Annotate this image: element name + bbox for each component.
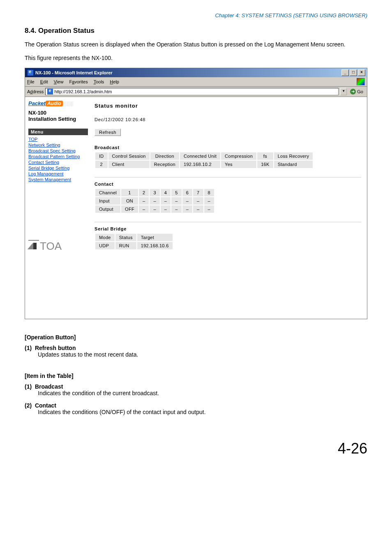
page-icon [47,89,53,94]
toa-logo: TOA [28,240,88,253]
brand-audio: Audio [46,101,63,106]
timestamp: Dec/12/2002 10:26:48 [95,117,361,122]
contact-table: Channel 1 2 3 4 5 6 7 8 Input ON – [95,188,215,214]
addressbar: Address http://192.168.1.2/admin.htm ▼ ➜… [25,87,367,97]
go-button[interactable]: ➜ Go [348,89,365,94]
serial-bridge-label: Serial Bridge [95,226,361,231]
col-control-session: Control Session [108,152,150,160]
browser-window: NX-100 - Microsoft Internet Explorer _ □… [25,68,367,319]
col-loss-recovery: Loss Recovery [274,152,314,160]
separator [95,177,361,177]
operation-button-heading: [Operation Button] [25,334,367,341]
sidebar-serial-bridge[interactable]: Serial Bridge Setting [28,165,88,171]
intro-paragraph-1: The Operation Status screen is displayed… [25,41,367,48]
page-number: 4-26 [25,440,367,457]
menu-help[interactable]: Help [110,79,119,84]
sidebar-broadcast-pattern[interactable]: Broadcast Pattern Setting [28,154,88,159]
intro-paragraph-2: This figure represents the NX-100. [25,54,367,62]
minimize-button[interactable]: _ [341,69,349,76]
menu-edit[interactable]: Edit [40,79,48,84]
brand-packet: Packet [28,100,46,106]
brand: PacketAudio░░░ [28,100,88,106]
address-label: Address [27,89,44,94]
status-monitor-title: Status monitor [95,103,361,109]
titlebar: NX-100 - Microsoft Internet Explorer _ □… [25,68,367,77]
address-url: http://192.168.1.2/admin.htm [54,89,112,94]
sidebar-system-management[interactable]: System Management [28,177,88,182]
menu-header: Menu [28,129,88,135]
sidebar: PacketAudio░░░ NX-100 Installation Setti… [25,97,90,319]
close-button[interactable]: × [358,69,365,76]
item-desc-refresh: Updates status to the most recent data. [38,351,367,358]
brand-dots: ░░░ [63,101,74,106]
table-row: 2 Client Reception 192.168.10.2 Yes 16K … [95,160,313,168]
menu-tools[interactable]: Tools [94,79,104,84]
sidebar-log-management[interactable]: Log Management [28,171,88,177]
address-input[interactable]: http://192.168.1.2/admin.htm [45,88,339,95]
go-arrow-icon: ➜ [350,89,356,94]
item-desc-contact: Indicates the conditions (ON/OFF) of the… [38,409,367,415]
section-title: 8.4. Operation Status [25,27,367,35]
menu-favorites[interactable]: Favorites [69,79,88,84]
toa-text: TOA [40,240,62,253]
main-pane: Status monitor Dec/12/2002 10:26:48 Refr… [90,97,367,319]
separator [95,222,361,222]
broadcast-label: Broadcast [95,145,361,150]
col-compression: Compression [221,152,257,160]
menubar: File Edit View Favorites Tools Help [25,77,367,87]
ie-logo-icon [357,78,365,85]
menu-file[interactable]: File [27,79,35,84]
window-title: NX-100 - Microsoft Internet Explorer [35,70,113,75]
go-label: Go [357,89,363,94]
maximize-button[interactable]: □ [350,69,357,76]
item-number: (1) [25,383,32,390]
col-id: ID [95,152,108,160]
install-title: Installation Setting [28,116,88,122]
item-number: (2) [25,402,32,409]
sidebar-network-setting[interactable]: Network Setting [28,142,88,148]
item-number: (1) [25,345,32,351]
col-connected-unit: Connected Unit [180,152,221,160]
chapter-header: Chapter 4: SYSTEM SETTINGS (SETTING USIN… [25,12,367,18]
table-header-row: ID Control Session Direction Connected U… [95,152,313,160]
refresh-button[interactable]: Refresh [95,129,121,136]
item-title-contact: Contact [35,402,56,409]
contact-label: Contact [95,182,361,187]
nx-title: NX-100 [28,110,88,116]
col-fs: fs [257,152,273,160]
item-title-refresh: Refresh button [35,345,76,351]
sidebar-contact-setting[interactable]: Contact Setting [28,159,88,165]
ie-icon [28,70,33,76]
col-direction: Direction [150,152,180,160]
item-title-broadcast: Broadcast [35,383,63,390]
serial-bridge-table: Mode Status Target UDP RUN 192.168.10.6 [95,233,173,250]
sidebar-top[interactable]: TOP [28,136,88,142]
item-in-table-heading: [Item in the Table] [25,373,367,379]
item-desc-broadcast: Indicates the condition of the current b… [38,390,367,396]
broadcast-table: ID Control Session Direction Connected U… [95,152,314,169]
address-dropdown[interactable]: ▼ [340,88,347,95]
sidebar-broadcast-spec[interactable]: Broadcast Spec Setting [28,148,88,154]
menu-view[interactable]: View [54,79,64,84]
